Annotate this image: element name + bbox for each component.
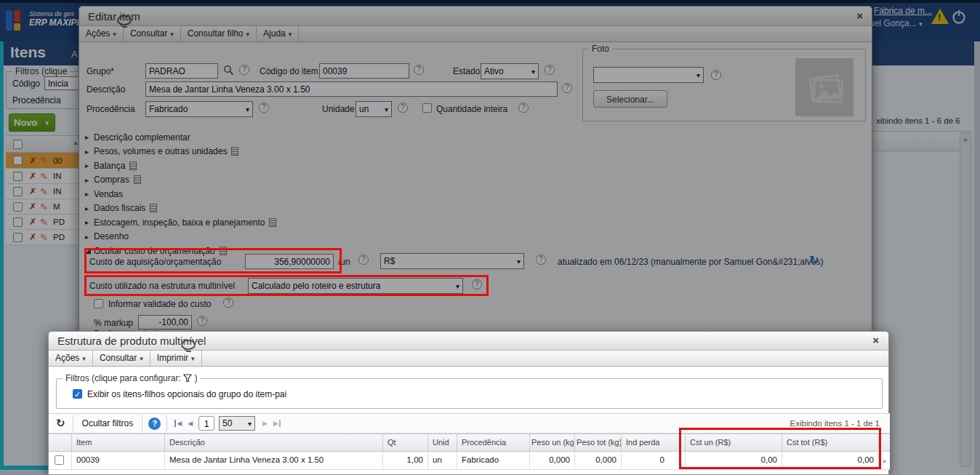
cell-qt: 1,00 [383,452,428,469]
cell-item: 00039 [72,452,165,469]
scroll-up-icon[interactable]: ▲ [882,458,888,464]
cell-peso-un: 0,000 [530,452,575,469]
chevron-down-icon: ▾ [140,355,143,362]
exibir-filhos-label: Exibir os itens-filhos opcionais do grup… [87,389,286,399]
cell-procedencia: Fabricado [457,452,530,469]
menu-acoes[interactable]: Ações▾ [49,351,93,366]
prev-page-icon[interactable]: ◀ [188,420,193,427]
col-peso-un[interactable]: Peso un (kg) [530,434,575,451]
page-input[interactable]: 1 [198,416,214,431]
structure-filters-legend[interactable]: Filtros (clique para configurar: ) [63,373,200,385]
close-icon[interactable]: × [872,335,879,346]
col-qt[interactable]: Qt [383,434,428,451]
funnel-icon[interactable] [183,374,192,385]
structure-modal-menubar: Ações▾ Consultar▾ Imprimir▾ [49,351,888,367]
highlight-cst-columns [679,428,881,469]
refresh-icon[interactable]: ↻ [49,417,73,430]
last-page-icon[interactable]: ▶ [273,420,281,427]
col-item[interactable]: Item [72,434,165,451]
showing-count: Exibindo itens 1 - 1 de 1 [790,419,880,428]
col-ind-perda[interactable]: Ind perda [622,434,686,451]
comment-bubble-icon[interactable] [181,340,196,350]
col-descricao[interactable]: Descrição [165,434,383,451]
col-peso-tot[interactable]: Peso tot (kg) [575,434,622,451]
menu-consultar[interactable]: Consultar▾ [93,351,150,366]
ocultar-filtros-button[interactable]: Ocultar filtros [73,418,142,428]
chevron-down-icon: ▾ [191,355,195,362]
cell-peso-tot: 0,000 [575,452,622,469]
help-icon[interactable]: ? [148,418,161,430]
menu-imprimir[interactable]: Imprimir▾ [150,351,202,366]
structure-filters-fieldset: Filtros (clique para configurar: ) ✓ Exi… [56,378,883,409]
col-procedencia[interactable]: Procedência [457,434,530,451]
cell-ind-perda: 0 [622,452,686,469]
exibir-filhos-checkbox[interactable]: ✓ [73,389,82,399]
next-page-icon[interactable]: ▶ [262,420,268,427]
cell-unid: un [428,452,457,469]
first-page-icon[interactable]: ◀ [174,420,182,427]
row-checkbox[interactable] [55,455,64,465]
highlight-custo-aquisicao [84,248,342,274]
chevron-down-icon: ▾ [248,420,252,428]
structure-modal-titlebar: Estrutura de produto multinível × [49,332,888,351]
chevron-down-icon: ▾ [82,355,86,362]
cell-descricao: Mesa de Jantar Linha Veneza 3.00 x 1.50 [165,452,383,469]
highlight-custo-estrutura [84,275,489,296]
screen: Sistema de ges ERP MAXIPR Fábrica de m..… [0,0,980,475]
col-unid[interactable]: Unid [428,434,457,451]
page-size-select[interactable]: 50▾ [219,416,255,431]
